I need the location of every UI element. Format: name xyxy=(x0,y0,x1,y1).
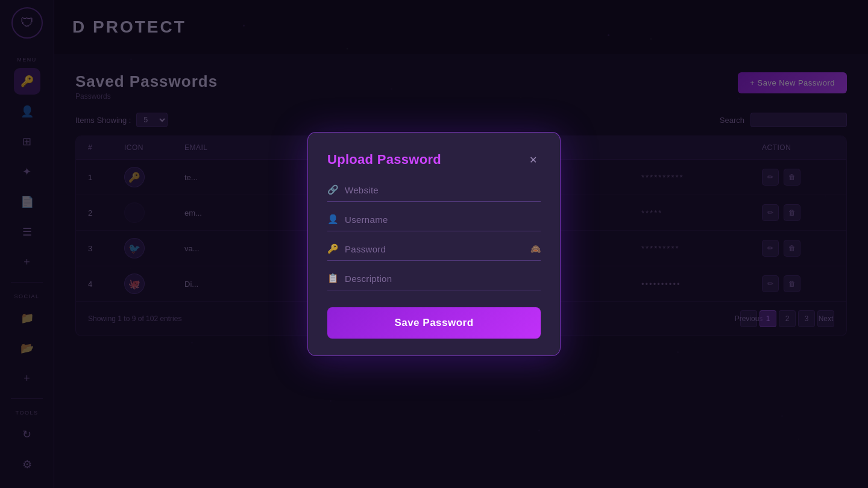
person-icon: 👤 xyxy=(327,214,339,225)
username-field: 👤 xyxy=(327,214,541,231)
username-input[interactable] xyxy=(345,214,541,225)
website-input[interactable] xyxy=(345,185,541,195)
modal-header: Upload Password ✕ xyxy=(327,152,541,167)
website-field: 🔗 xyxy=(327,184,541,202)
modal-title: Upload Password xyxy=(327,152,441,167)
password-field: 🔑 🙈 xyxy=(327,243,541,261)
toggle-password-visibility-icon[interactable]: 🙈 xyxy=(530,244,541,254)
password-input[interactable] xyxy=(345,244,524,254)
link-icon: 🔗 xyxy=(327,184,339,195)
document-icon: 📋 xyxy=(327,273,339,284)
description-input[interactable] xyxy=(345,274,541,284)
save-password-button[interactable]: Save Password xyxy=(327,307,541,339)
upload-password-modal: Upload Password ✕ 🔗 👤 🔑 🙈 📋 Save Passwor… xyxy=(307,132,561,356)
description-field: 📋 xyxy=(327,273,541,290)
modal-close-button[interactable]: ✕ xyxy=(525,152,541,167)
key-icon: 🔑 xyxy=(327,243,339,254)
